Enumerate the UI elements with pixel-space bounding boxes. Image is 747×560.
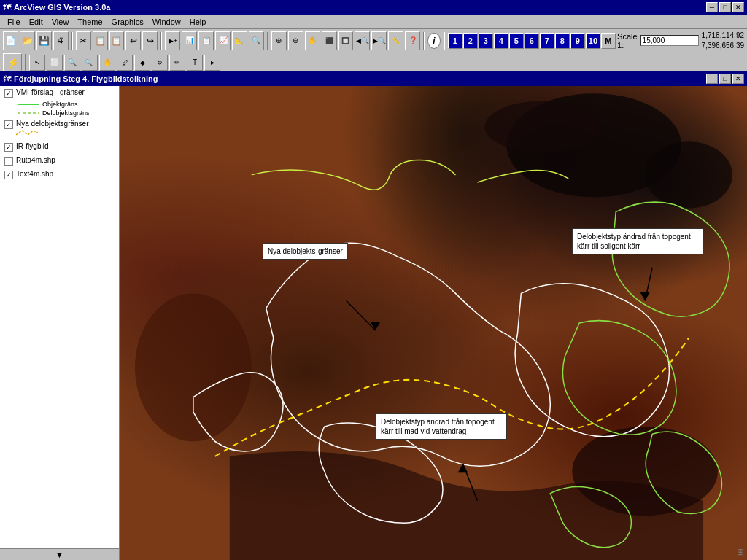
menu-edit[interactable]: Edit bbox=[25, 16, 47, 28]
add-theme-button[interactable]: ▶+ bbox=[165, 31, 180, 50]
zoom-prev-button[interactable]: ◀🔍 bbox=[355, 31, 370, 50]
arrowhead-1 bbox=[371, 322, 381, 330]
table-button[interactable]: 📋 bbox=[198, 31, 214, 50]
layer-btn-4[interactable]: 4 bbox=[494, 33, 508, 49]
arrowhead-2 bbox=[640, 292, 650, 300]
vertex-tool[interactable]: ◆ bbox=[134, 55, 150, 71]
sep3 bbox=[267, 32, 268, 50]
minimize-button[interactable]: ─ bbox=[706, 2, 718, 12]
delobjektsgrans-symbol bbox=[18, 109, 39, 117]
coord-y: 7,396,656.39 bbox=[702, 41, 744, 51]
scale-area: Scale 1: 1,718,114.92 7,396,656.39 bbox=[617, 31, 744, 51]
sub-window-controls: ─ □ ✕ bbox=[706, 74, 744, 84]
info-button[interactable]: i bbox=[427, 33, 441, 49]
close-button[interactable]: ✕ bbox=[732, 2, 744, 12]
menu-window[interactable]: Window bbox=[148, 16, 185, 28]
menu-view[interactable]: View bbox=[47, 16, 74, 28]
title-bar-left: 🗺 ArcView GIS Version 3.0a bbox=[3, 3, 110, 12]
toolbar-tools: ⚡ ↖ ⬜ 🔍 🔍- ✋ 🖊 ◆ ↻ ✏ T ▸ bbox=[0, 52, 747, 73]
callout-3-text: Delobjektstyp ändrad från topogent kärr … bbox=[381, 418, 495, 435]
legend-sublabel-objektgrans: Objektgräns bbox=[0, 100, 119, 109]
lightning-button[interactable]: ⚡ bbox=[3, 53, 22, 72]
chart-button[interactable]: 📈 bbox=[215, 31, 231, 50]
ir-label: IR-flygbild bbox=[16, 142, 48, 150]
nya-checkbox[interactable]: ✓ bbox=[4, 120, 13, 129]
zoom-out-button[interactable]: ⊖ bbox=[288, 31, 303, 50]
layer-btn-8[interactable]: 8 bbox=[555, 33, 570, 49]
layer-btn-9[interactable]: 9 bbox=[570, 33, 585, 49]
layer-btn-10[interactable]: 10 bbox=[586, 33, 600, 49]
copy-button[interactable]: 📋 bbox=[93, 31, 108, 50]
new-button[interactable]: 📄 bbox=[3, 31, 18, 50]
legend-item-vmi: ✓ VMI-förslag - gränser bbox=[0, 86, 119, 100]
sub-window: 🗺 Fördjupning Steg 4. Flygbildstolkning … bbox=[0, 71, 747, 560]
layer-btn-m[interactable]: M bbox=[601, 33, 616, 49]
ir-checkbox[interactable]: ✓ bbox=[4, 143, 13, 152]
zoom-tool[interactable]: 🔍 bbox=[64, 55, 80, 71]
find-button[interactable]: 🔍 bbox=[249, 31, 264, 50]
layout-button[interactable]: 📐 bbox=[232, 31, 247, 50]
menu-file[interactable]: File bbox=[3, 16, 25, 28]
text-tool[interactable]: T bbox=[187, 55, 203, 71]
title-bar-controls[interactable]: ─ □ ✕ bbox=[706, 2, 744, 12]
maximize-button[interactable]: □ bbox=[719, 2, 731, 12]
dark-patch-2 bbox=[645, 141, 732, 208]
more-tool[interactable]: ▸ bbox=[204, 55, 220, 71]
print-button[interactable]: 🖨 bbox=[53, 31, 69, 50]
zoom-out-tool[interactable]: 🔍- bbox=[82, 55, 98, 71]
sep1 bbox=[71, 32, 73, 50]
measure-button[interactable]: 📏 bbox=[388, 31, 403, 50]
text-checkbox[interactable]: ✓ bbox=[4, 171, 13, 179]
pan-button[interactable]: ✋ bbox=[305, 31, 320, 50]
identify-tool[interactable]: 🖊 bbox=[117, 55, 133, 71]
save-button[interactable]: 💾 bbox=[36, 31, 52, 50]
sub-minimize[interactable]: ─ bbox=[706, 74, 718, 84]
help-button[interactable]: ❓ bbox=[405, 31, 420, 50]
draw-tool[interactable]: ✏ bbox=[169, 55, 185, 71]
nya-label-group: Nya delobjektsgränser bbox=[16, 120, 89, 138]
menu-help[interactable]: Help bbox=[185, 16, 211, 28]
undo-button[interactable]: ↩ bbox=[125, 31, 141, 50]
scale-label: Scale 1: bbox=[617, 32, 638, 50]
pointer-tool[interactable]: ↖ bbox=[29, 55, 45, 71]
callout-box-2: Delobjektstyp ändrad från topogent kärr … bbox=[572, 228, 703, 254]
layer-btn-3[interactable]: 3 bbox=[479, 33, 493, 49]
paste-button[interactable]: 📋 bbox=[109, 31, 125, 50]
zoom-active-button[interactable]: 🔲 bbox=[338, 31, 354, 50]
sub-window-icon: 🗺 bbox=[3, 74, 11, 83]
menu-graphics[interactable]: Graphics bbox=[107, 16, 148, 28]
layer-btn-6[interactable]: 6 bbox=[525, 33, 539, 49]
nya-label-text: Nya delobjektsgränser bbox=[16, 120, 89, 128]
layer-num-buttons: 1 2 3 4 5 6 7 8 9 10 M bbox=[448, 33, 616, 49]
layer-btn-7[interactable]: 7 bbox=[540, 33, 554, 49]
objektgrans-label: Objektgräns bbox=[42, 101, 78, 108]
app-icon: 🗺 bbox=[3, 3, 11, 12]
sub-maximize[interactable]: □ bbox=[719, 74, 731, 84]
select-tool[interactable]: ⬜ bbox=[47, 55, 63, 71]
legend-scroll-btn[interactable]: ▼ bbox=[0, 548, 119, 560]
layer-btn-5[interactable]: 5 bbox=[509, 33, 524, 49]
map-area[interactable]: Nya delobjekts-gränser Delobjektstyp änd… bbox=[120, 86, 747, 560]
rotate-tool[interactable]: ↻ bbox=[152, 55, 168, 71]
layer-btn-1[interactable]: 1 bbox=[448, 33, 462, 49]
grid-icon: ⊞ bbox=[737, 547, 744, 557]
ruta-label: Ruta4m.shp bbox=[16, 156, 55, 164]
vmi-checkbox[interactable]: ✓ bbox=[4, 89, 13, 98]
callout-1-text: Nya delobjekts-gränser bbox=[268, 247, 343, 255]
cut-button[interactable]: ✂ bbox=[76, 31, 91, 50]
nya-symbol bbox=[16, 129, 38, 136]
scale-input[interactable] bbox=[640, 35, 699, 46]
zoom-in-button[interactable]: ⊕ bbox=[271, 31, 287, 50]
ruta-checkbox[interactable] bbox=[4, 157, 13, 166]
zoom-next-button[interactable]: ▶🔍 bbox=[371, 31, 387, 50]
layer-btn-2[interactable]: 2 bbox=[463, 33, 478, 49]
pan-tool[interactable]: ✋ bbox=[99, 55, 115, 71]
full-extent-button[interactable]: ⬛ bbox=[322, 31, 337, 50]
redo-button[interactable]: ↪ bbox=[142, 31, 158, 50]
sub-close[interactable]: ✕ bbox=[732, 74, 744, 84]
legend-item-text: ✓ Text4m.shp bbox=[0, 168, 119, 182]
theme-prop-button[interactable]: 📊 bbox=[182, 31, 197, 50]
menu-theme[interactable]: Theme bbox=[73, 16, 107, 28]
open-button[interactable]: 📂 bbox=[20, 31, 35, 50]
vmi-label: VMI-förslag - gränser bbox=[16, 88, 85, 96]
